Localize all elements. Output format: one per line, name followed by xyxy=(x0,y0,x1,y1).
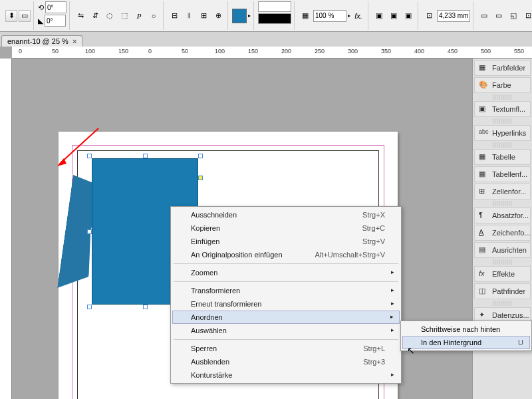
datamerge-icon: ✦ xyxy=(479,311,488,320)
ctx-paste-in-place[interactable]: An Originalposition einfügenAlt+Umschalt… xyxy=(172,248,400,261)
tableformat-icon: ▦ xyxy=(479,170,488,179)
char-icon: A xyxy=(479,228,488,237)
sub-send-backward[interactable]: Schrittweise nach hinten xyxy=(402,323,530,336)
fit-frame-icon[interactable]: ▭ xyxy=(477,9,491,23)
link-icon: abc xyxy=(479,128,488,138)
ruler-tick: 50 xyxy=(182,48,188,55)
ctx-select[interactable]: Auswählen xyxy=(172,324,400,337)
wrap-right-icon[interactable]: ▣ xyxy=(387,9,400,23)
align-h-icon[interactable]: ⊟ xyxy=(168,9,181,23)
zoom-input[interactable] xyxy=(313,10,346,22)
ctx-retransform[interactable]: Erneut transformieren xyxy=(172,297,400,311)
dashed-circle-icon[interactable]: ◌ xyxy=(103,9,116,23)
panel-tableformat[interactable]: ▦Tabellenf... xyxy=(474,166,531,182)
ruler-tick: 250 xyxy=(315,48,325,55)
panel-grip[interactable] xyxy=(493,259,512,265)
ctx-zoom[interactable]: Zoomen xyxy=(172,266,400,279)
fit-content-icon[interactable]: ▭ xyxy=(492,9,505,23)
ruler-tick: 150 xyxy=(248,48,258,55)
corner-icon[interactable]: ◱ xyxy=(507,9,520,23)
effects-icon[interactable]: ▦ xyxy=(299,9,312,23)
panel-cellformat[interactable]: ⊞Zellenfor... xyxy=(474,184,531,200)
flip-h-icon[interactable]: ⇋ xyxy=(74,9,87,23)
ctx-separator xyxy=(174,263,398,264)
stroke-style-select[interactable] xyxy=(258,1,291,12)
rotation-input-2[interactable] xyxy=(45,15,66,27)
ruler-tick: 50 xyxy=(52,48,59,55)
ruler-tick: 450 xyxy=(448,48,458,55)
ruler-tick: 150 xyxy=(118,48,128,55)
cursor-icon: ↖ xyxy=(407,345,415,356)
panel-color[interactable]: 🎨Farbe xyxy=(474,77,531,93)
stroke-width-input[interactable] xyxy=(437,10,470,22)
cellformat-icon: ⊞ xyxy=(479,187,488,196)
rotation-input-1[interactable] xyxy=(45,1,66,13)
panel-pathfinder[interactable]: ◫Pathfinder xyxy=(474,283,531,299)
panel-textwrap[interactable]: ▣Textumfl... xyxy=(474,101,531,117)
paragraph-icon: ¶ xyxy=(479,211,488,220)
stroke-color-select[interactable] xyxy=(258,13,291,24)
shear-icon: ◣ xyxy=(38,17,43,25)
ctx-separator xyxy=(174,281,398,282)
center-content-icon[interactable]: ⊡ xyxy=(521,9,532,23)
panel-grip[interactable] xyxy=(493,94,512,100)
textwrap-icon: ▣ xyxy=(479,104,488,114)
tab-label: enannt-10 @ 25 % xyxy=(7,37,68,45)
panel-grip[interactable] xyxy=(493,118,512,124)
fill-dropdown-icon[interactable]: ▸ xyxy=(248,13,251,19)
crop-icon[interactable]: ⊡ xyxy=(422,9,436,23)
ctx-copy[interactable]: KopierenStrg+C xyxy=(172,221,400,235)
panel-grip[interactable] xyxy=(493,142,512,148)
panel-align[interactable]: ▤Ausrichten xyxy=(474,242,531,258)
document-tab[interactable]: enannt-10 @ 25 % × xyxy=(1,35,82,47)
text-tool-icon[interactable]: P xyxy=(132,9,146,23)
vertical-ruler xyxy=(0,59,12,399)
svg-line-0 xyxy=(60,128,98,164)
close-tab-icon[interactable]: × xyxy=(72,37,76,45)
flip-v-icon[interactable]: ⇵ xyxy=(88,9,102,23)
center-icon[interactable]: ⊕ xyxy=(211,9,225,23)
align-v-icon[interactable]: ⊞ xyxy=(197,9,210,23)
fx-panel-icon: fx xyxy=(479,269,488,279)
ruler-tick: 400 xyxy=(414,48,424,55)
ruler-tick: 300 xyxy=(348,48,358,55)
panel-effects[interactable]: fxEffekte xyxy=(474,266,531,282)
panel-charformat[interactable]: AZeichenfo... xyxy=(474,225,531,241)
select-container-icon[interactable]: ⬚ xyxy=(118,9,131,23)
panel-grip[interactable] xyxy=(493,301,512,306)
swatches-icon: ▦ xyxy=(479,63,488,72)
ruler-tick: 0 xyxy=(148,48,152,55)
fill-color-swatch[interactable] xyxy=(232,9,247,23)
panel-swatches[interactable]: ▦Farbfelder xyxy=(474,60,531,76)
panel-table[interactable]: ▦Tabelle xyxy=(474,149,531,165)
zoom-dropdown-icon[interactable]: ▸ xyxy=(348,13,350,19)
ruler-tick: 200 xyxy=(281,48,291,55)
main-toolbar: ⬍ ▭ ⟲ ◣ ⇋ ⇵ ◌ ⬚ P ○ ⊟ ⫴ ⊞ ⊕ ▸ ▦ ▸ fx. xyxy=(0,0,532,32)
stroke-type-icon[interactable]: ▭ xyxy=(19,10,31,22)
ellipse-icon[interactable]: ○ xyxy=(147,9,160,23)
stroke-weight-icon[interactable]: ⬍ xyxy=(5,10,17,22)
ruler-tick: 100 xyxy=(85,48,95,55)
rotate-icon: ⟲ xyxy=(38,3,44,12)
ctx-arrange[interactable]: Anordnen xyxy=(172,311,400,324)
context-menu: AusschneidenStrg+X KopierenStrg+C Einfüg… xyxy=(170,206,402,384)
ctx-lock[interactable]: SperrenStrg+L xyxy=(172,342,400,355)
panel-grip[interactable] xyxy=(493,201,512,206)
sub-send-to-back[interactable]: In den HintergrundU xyxy=(402,336,530,349)
ctx-transform[interactable]: Transformieren xyxy=(172,284,400,297)
panel-paraformat[interactable]: ¶Absatzfor... xyxy=(474,207,531,223)
ruler-tick: 350 xyxy=(381,48,391,55)
fx-icon[interactable]: fx. xyxy=(352,9,365,23)
ctx-paste[interactable]: EinfügenStrg+V xyxy=(172,235,400,248)
align-icon: ▤ xyxy=(479,245,488,255)
distribute-icon[interactable]: ⫴ xyxy=(182,9,196,23)
document-tab-bar: enannt-10 @ 25 % × xyxy=(0,32,532,47)
ctx-cut[interactable]: AusschneidenStrg+X xyxy=(172,208,400,221)
palette-icon: 🎨 xyxy=(479,80,488,90)
panel-hyperlinks[interactable]: abcHyperlinks xyxy=(474,125,531,141)
ctx-hide[interactable]: AusblendenStrg+3 xyxy=(172,355,400,368)
wrap-both-icon[interactable]: ▣ xyxy=(402,9,415,23)
ctx-stroke-weight[interactable]: Konturstärke xyxy=(172,368,400,382)
wrap-left-icon[interactable]: ▣ xyxy=(372,9,386,23)
arrange-submenu: Schrittweise nach hinten In den Hintergr… xyxy=(400,321,532,351)
